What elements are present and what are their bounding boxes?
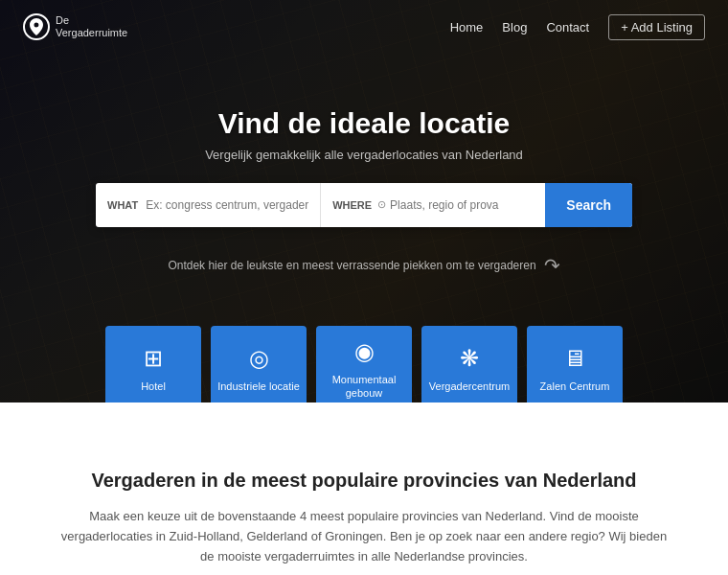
where-input[interactable] (390, 198, 534, 212)
hero-subtitle: Vergelijk gemakkelijk alle vergaderlocat… (205, 148, 523, 162)
category-industriele[interactable]: ◎ Industriele locatie (211, 326, 307, 402)
monumentaal-icon: ◉ (354, 338, 375, 365)
navbar: De Vergaderruimte Home Blog Contact + Ad… (0, 0, 728, 54)
location-icon: ⊙ (377, 198, 386, 211)
hero-section: Vind de ideale locatie Vergelijk gemakke… (0, 0, 728, 402)
hotel-icon: ⊞ (144, 345, 163, 372)
category-industriele-label: Industriele locatie (217, 380, 300, 393)
what-field: What (96, 183, 321, 227)
hero-title: Vind de ideale locatie (218, 107, 511, 140)
section-title: Vergaderen in de meest populaire provinc… (48, 470, 680, 492)
where-label: Where (332, 199, 372, 211)
what-input[interactable] (146, 198, 308, 212)
discover-arrow-icon: ↷ (544, 254, 560, 277)
brand-logo[interactable]: De Vergaderruimte (23, 13, 127, 40)
where-field: Where ⊙ (321, 183, 545, 227)
nav-links: Home Blog Contact + Add Listing (450, 14, 705, 40)
brand-text: De Vergaderruimte (56, 14, 127, 39)
vergadercentrum-icon: ❋ (460, 345, 479, 372)
category-hotel-label: Hotel (141, 380, 166, 393)
nav-home[interactable]: Home (450, 20, 484, 34)
search-button[interactable]: Search (545, 183, 632, 227)
nav-blog[interactable]: Blog (502, 20, 527, 34)
hero-content: Vind de ideale locatie Vergelijk gemakke… (0, 107, 728, 277)
nav-contact[interactable]: Contact (546, 20, 589, 34)
discover-text: Ontdek hier de leukste en meest verrasse… (168, 259, 535, 272)
zalen-icon: 🖥 (563, 345, 586, 372)
provinces-section: Vergaderen in de meest populaire provinc… (0, 402, 728, 575)
category-vergadercentrum-label: Vergadercentrum (429, 380, 510, 393)
category-monumentaal-label: Monumentaal gebouw (316, 373, 412, 401)
category-hotel[interactable]: ⊞ Hotel (105, 326, 201, 402)
section-description: Maak een keuze uit de bovenstaande 4 mee… (53, 507, 675, 566)
discover-section: Ontdek hier de leukste en meest verrasse… (168, 254, 559, 277)
what-label: What (107, 199, 138, 211)
add-listing-button[interactable]: + Add Listing (608, 14, 705, 40)
industriele-icon: ◎ (249, 345, 269, 372)
search-bar: What Where ⊙ Search (96, 183, 632, 227)
category-vergadercentrum[interactable]: ❋ Vergadercentrum (421, 326, 517, 402)
category-zalen[interactable]: 🖥 Zalen Centrum (527, 326, 623, 402)
categories-bar: ⊞ Hotel ◎ Industriele locatie ◉ Monument… (105, 326, 623, 402)
category-monumentaal[interactable]: ◉ Monumentaal gebouw (316, 326, 412, 402)
brand-icon (23, 13, 50, 40)
category-zalen-label: Zalen Centrum (540, 380, 610, 393)
